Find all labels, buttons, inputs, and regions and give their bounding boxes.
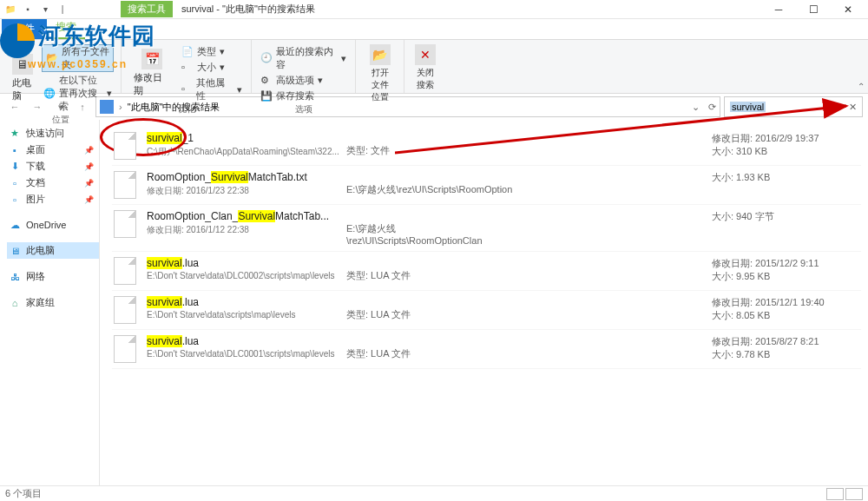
breadcrumb-separator: › — [119, 102, 122, 112]
tag-icon: ▫ — [181, 83, 194, 96]
file-icon — [114, 132, 136, 160]
pin-icon: 📌 — [84, 162, 94, 171]
window-title: survival - "此电脑"中的搜索结果 — [181, 3, 315, 16]
search-result-row[interactable]: RoomOption_Clan_SurvivalMatchTab... 修改日期… — [112, 205, 861, 252]
calendar-icon: 📅 — [141, 49, 162, 69]
clear-search-icon[interactable]: ✕ — [849, 102, 857, 113]
sidebar-onedrive[interactable]: ☁OneDrive — [7, 217, 99, 233]
ribbon-tab-strip: 文件 搜索 — [0, 19, 868, 40]
dropdown-icon[interactable]: ⌄ — [692, 102, 700, 113]
search-box[interactable]: survival ✕ — [724, 96, 863, 117]
qat-button[interactable]: ▪ — [22, 3, 34, 16]
close-search-button[interactable]: ✕ 关闭搜索 — [411, 43, 439, 93]
folder-open-icon: 📂 — [370, 44, 391, 65]
file-name: survival.lua — [147, 296, 346, 308]
file-icon — [114, 257, 136, 285]
close-button[interactable]: ✕ — [831, 0, 865, 19]
file-name: survival.lua — [147, 335, 346, 347]
file-type: 类型: LUA 文件 — [346, 335, 520, 360]
search-tools-tab[interactable]: 搜索工具 — [121, 1, 173, 17]
file-type: 类型: 文件 — [346, 132, 520, 157]
kind-icon: 📄 — [181, 46, 194, 58]
sidebar-documents[interactable]: ▫文档📌 — [7, 175, 99, 191]
this-pc-button[interactable]: 🖥 此电脑 — [7, 43, 38, 114]
nav-pane: ★快速访问 ▪桌面📌 ⬇下载📌 ▫文档📌 ▫图片📌 ☁OneDrive 🖥此电脑… — [0, 120, 100, 485]
search-again-button[interactable]: 🌐在以下位置再次搜索 ▾ — [42, 73, 114, 114]
pc-icon: 🖥 — [12, 54, 33, 75]
file-path: 修改日期: 2016/1/12 22:38 — [147, 224, 346, 236]
file-icon — [114, 210, 136, 238]
file-size: 大小: 310 KB — [712, 145, 767, 158]
document-icon: ▫ — [9, 177, 21, 189]
date-modified-button[interactable]: 📅 修改日期 — [128, 43, 176, 103]
file-icon — [114, 335, 136, 363]
file-path: E:\Don't Starve\data\DLC0002\scripts\map… — [147, 271, 346, 280]
search-term: survival — [730, 102, 766, 112]
details-view-button[interactable] — [826, 488, 844, 500]
size-button[interactable]: ▫大小 ▾ — [180, 60, 244, 75]
network-icon: 🖧 — [9, 271, 21, 283]
open-location-button[interactable]: 📂 打开文件位置 — [363, 43, 397, 105]
desktop-icon: ▪ — [9, 144, 21, 156]
file-size: 大小: 9.95 KB — [712, 270, 770, 283]
close-icon: ✕ — [415, 44, 436, 65]
collapse-ribbon-icon[interactable]: ⌃ — [858, 82, 865, 91]
save-icon: 💾 — [260, 90, 273, 102]
search-result-row[interactable]: RoomOption_SurvivalMatchTab.txt 修改日期: 20… — [112, 166, 861, 205]
sidebar-desktop[interactable]: ▪桌面📌 — [7, 142, 99, 158]
search-result-row[interactable]: survival.lua E:\Don't Starve\data\script… — [112, 291, 861, 330]
folder-icon: 📂 — [46, 52, 58, 64]
file-icon — [114, 171, 136, 199]
search-tab[interactable]: 搜索 — [47, 17, 85, 39]
file-size: 大小: 9.78 KB — [712, 348, 770, 361]
file-path: E:\Don't Starve\data\scripts\map\levels — [147, 310, 346, 320]
all-subfolders-button[interactable]: 📂所有子文件夹 — [42, 44, 114, 72]
download-icon: ⬇ — [9, 161, 21, 173]
star-icon: ★ — [9, 128, 21, 140]
sidebar-pictures[interactable]: ▫图片📌 — [7, 191, 99, 208]
recent-icon: 🕘 — [260, 52, 273, 64]
icons-view-button[interactable] — [845, 488, 863, 500]
sidebar-this-pc[interactable]: 🖥此电脑 — [7, 242, 99, 259]
ribbon: 🖥 此电脑 📂所有子文件夹 🌐在以下位置再次搜索 ▾ 位置 📅 修改日期 📄类型… — [0, 40, 868, 94]
file-name: survival.lua — [147, 257, 346, 269]
file-type: 类型: LUA 文件 — [346, 257, 520, 282]
file-name: RoomOption_Clan_SurvivalMatchTab... — [147, 210, 346, 222]
other-props-button[interactable]: ▫其他属性 ▾ — [180, 76, 244, 103]
file-type: E:\穿越火线\rez\UI\Scripts\RoomOptionClan — [346, 210, 520, 246]
file-path: E:\Don't Starve\data\DLC0001\scripts\map… — [147, 349, 346, 359]
file-name: survival_1 — [147, 132, 346, 144]
maximize-button[interactable]: ☐ — [796, 0, 831, 19]
sidebar-homegroup[interactable]: ⌂家庭组 — [7, 294, 99, 311]
gear-icon: ⚙ — [260, 75, 273, 87]
file-path: C:\用户\RenChao\AppData\Roaming\Steam\322.… — [147, 146, 346, 158]
search-result-row[interactable]: survival.lua E:\Don't Starve\data\DLC000… — [112, 330, 861, 369]
qat-separator: | — [56, 3, 69, 16]
group-label: 位置 — [7, 114, 114, 126]
kind-button[interactable]: 📄类型 ▾ — [180, 44, 244, 59]
search-result-row[interactable]: survival_1 C:\用户\RenChao\AppData\Roaming… — [112, 127, 861, 166]
refresh-icon[interactable]: ⟳ — [708, 102, 716, 113]
sidebar-network[interactable]: 🖧网络 — [7, 268, 99, 285]
cloud-icon: ☁ — [9, 219, 21, 231]
pin-icon: 📌 — [84, 179, 94, 188]
sidebar-downloads[interactable]: ⬇下载📌 — [7, 158, 99, 175]
refresh-icon: 🌐 — [43, 88, 56, 100]
size-icon: ▫ — [181, 62, 194, 74]
picture-icon: ▫ — [9, 194, 21, 206]
file-size: 大小: 1.93 KB — [712, 171, 770, 184]
file-icon — [114, 296, 136, 324]
save-search-button[interactable]: 💾保存搜索 — [259, 89, 348, 103]
qat-dropdown[interactable]: ▾ — [39, 3, 51, 16]
group-label: 优化 — [128, 103, 244, 115]
status-bar: 6 个项目 — [0, 485, 868, 501]
minimize-button[interactable]: ─ — [761, 0, 796, 19]
search-result-row[interactable]: survival.lua E:\Don't Starve\data\DLC000… — [112, 252, 861, 291]
sidebar-quick-access[interactable]: ★快速访问 — [7, 125, 99, 142]
file-tab[interactable]: 文件 — [2, 19, 47, 39]
advanced-options-button[interactable]: ⚙高级选项 ▾ — [259, 73, 348, 88]
group-label: 选项 — [259, 103, 348, 115]
pin-icon: 📌 — [84, 146, 94, 155]
file-path: 修改日期: 2016/1/23 22:38 — [147, 185, 346, 197]
recent-searches-button[interactable]: 🕘最近的搜索内容 ▾ — [259, 44, 348, 72]
